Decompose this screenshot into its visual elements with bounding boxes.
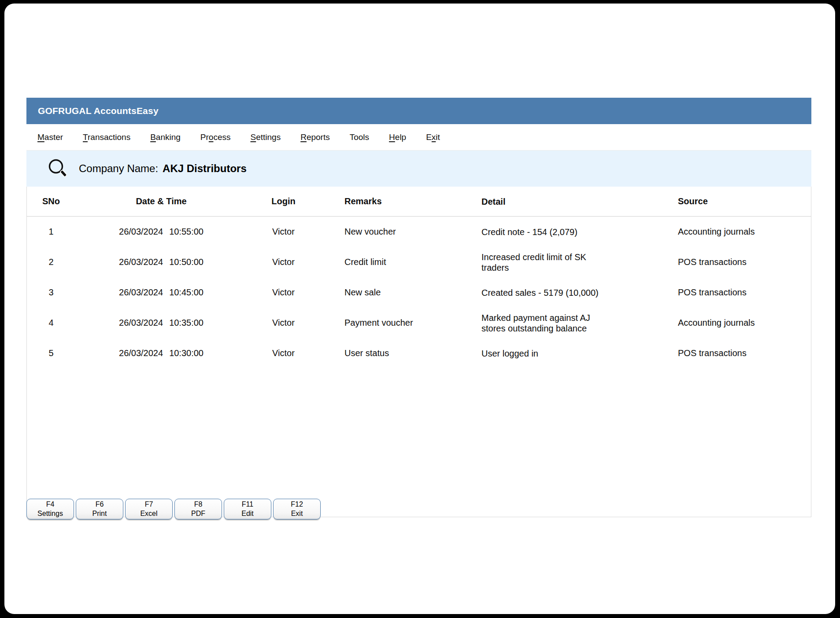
cell-datetime: 26/03/2024 10:50:00 (75, 257, 247, 267)
f8-pdf-button[interactable]: F8 PDF (174, 499, 222, 519)
cell-sno: 4 (27, 318, 75, 328)
cell-source: POS transactions (674, 287, 811, 298)
function-action-label: Edit (224, 509, 271, 519)
f7-excel-button[interactable]: F7 Excel (125, 499, 173, 519)
cell-time: 10:55:00 (169, 227, 204, 237)
cell-datetime: 26/03/2024 10:35:00 (75, 318, 247, 328)
app-title: GOFRUGAL AccountsEasy (38, 106, 159, 116)
menu-item-settings[interactable]: Settings (251, 132, 281, 142)
f12-exit-button[interactable]: F12 Exit (273, 499, 321, 519)
cell-date: 26/03/2024 (119, 348, 163, 358)
header-login: Login (247, 196, 320, 206)
cell-login: Victor (247, 287, 320, 298)
cell-remarks: User status (320, 348, 481, 358)
cell-sno: 1 (27, 227, 75, 237)
cell-detail: Credit note - 154 (2,079) (481, 227, 674, 237)
cell-source: Accounting journals (674, 227, 811, 237)
cell-time: 10:45:00 (169, 287, 204, 298)
cell-date: 26/03/2024 (119, 318, 163, 328)
cell-time: 10:30:00 (169, 348, 204, 358)
header-detail: Detail (481, 196, 674, 207)
cell-detail: Marked payment against AJ stores outstan… (481, 313, 674, 334)
function-key-label: F8 (175, 500, 222, 509)
table-header-row: SNo Date & Time Login Remarks Detail Sou… (27, 187, 811, 217)
cell-detail: Increased credit limit of SK traders (481, 252, 674, 273)
menu-item-help[interactable]: Help (389, 132, 406, 142)
menu-bar: MasterTransactionsBankingProcessSettings… (26, 124, 811, 151)
function-action-label: Settings (27, 509, 74, 519)
function-key-label: F11 (224, 500, 271, 509)
search-icon[interactable] (46, 157, 69, 180)
table-row: 3 26/03/2024 10:45:00 Victor New sale Cr… (27, 277, 811, 308)
menu-item-master[interactable]: Master (37, 132, 63, 142)
cell-time: 10:35:00 (169, 318, 204, 328)
cell-source: POS transactions (674, 257, 811, 267)
f6-print-button[interactable]: F6 Print (76, 499, 123, 519)
menu-item-reports[interactable]: Reports (300, 132, 330, 142)
company-name: Company Name: AKJ Distributors (79, 162, 247, 175)
function-key-label: F12 (274, 500, 320, 509)
cell-remarks: Credit limit (320, 257, 481, 267)
table-row: 1 26/03/2024 10:55:00 Victor New voucher… (27, 217, 811, 247)
accountseasy-window: GOFRUGAL AccountsEasy MasterTransactions… (26, 98, 811, 517)
company-name-label: Company Name: (79, 162, 158, 175)
company-name-value: AKJ Distributors (163, 162, 247, 175)
table-row: 4 26/03/2024 10:35:00 Victor Payment vou… (27, 308, 811, 338)
audit-log-table: SNo Date & Time Login Remarks Detail Sou… (26, 187, 811, 517)
function-key-bar: F4 Settings F6 Print F7 Excel F8 PDF F11… (26, 499, 321, 519)
cell-login: Victor (247, 348, 320, 358)
table-row: 2 26/03/2024 10:50:00 Victor Credit limi… (27, 247, 811, 277)
menu-item-exit[interactable]: Exit (426, 132, 440, 142)
f11-edit-button[interactable]: F11 Edit (224, 499, 271, 519)
menu-item-process[interactable]: Process (200, 132, 231, 142)
header-source: Source (674, 196, 811, 206)
function-key-label: F6 (76, 500, 123, 509)
header-sno: SNo (27, 196, 75, 206)
cell-source: POS transactions (674, 348, 811, 358)
cell-date: 26/03/2024 (119, 227, 163, 237)
cell-detail: Created sales - 5179 (10,000) (481, 287, 674, 298)
function-key-label: F4 (27, 500, 74, 509)
cell-datetime: 26/03/2024 10:55:00 (75, 227, 247, 237)
menu-item-tools[interactable]: Tools (350, 132, 369, 142)
menu-item-transactions[interactable]: Transactions (83, 132, 130, 142)
header-remarks: Remarks (320, 196, 481, 206)
cell-date: 26/03/2024 (119, 257, 163, 267)
function-action-label: Exit (274, 509, 320, 519)
cell-date: 26/03/2024 (119, 287, 163, 298)
cell-login: Victor (247, 318, 320, 328)
function-action-label: Excel (126, 509, 172, 519)
cell-login: Victor (247, 257, 320, 267)
cell-login: Victor (247, 227, 320, 237)
cell-remarks: New sale (320, 287, 481, 298)
cell-remarks: Payment voucher (320, 318, 481, 328)
cell-source: Accounting journals (674, 318, 811, 328)
app-window: GOFRUGAL AccountsEasy MasterTransactions… (4, 4, 835, 614)
cell-datetime: 26/03/2024 10:45:00 (75, 287, 247, 298)
table-body: 1 26/03/2024 10:55:00 Victor New voucher… (27, 217, 811, 368)
cell-sno: 2 (27, 257, 75, 267)
table-row: 5 26/03/2024 10:30:00 Victor User status… (27, 338, 811, 368)
f4-settings-button[interactable]: F4 Settings (26, 499, 74, 519)
cell-remarks: New voucher (320, 227, 481, 237)
cell-detail: User logged in (481, 348, 674, 359)
cell-sno: 3 (27, 287, 75, 298)
cell-time: 10:50:00 (169, 257, 204, 267)
function-key-label: F7 (126, 500, 172, 509)
function-action-label: Print (76, 509, 123, 519)
company-bar: Company Name: AKJ Distributors (26, 151, 811, 187)
cell-sno: 5 (27, 348, 75, 358)
cell-datetime: 26/03/2024 10:30:00 (75, 348, 247, 358)
function-action-label: PDF (175, 509, 222, 519)
menu-item-banking[interactable]: Banking (150, 132, 181, 142)
header-datetime: Date & Time (75, 196, 247, 206)
title-bar: GOFRUGAL AccountsEasy (26, 98, 811, 124)
